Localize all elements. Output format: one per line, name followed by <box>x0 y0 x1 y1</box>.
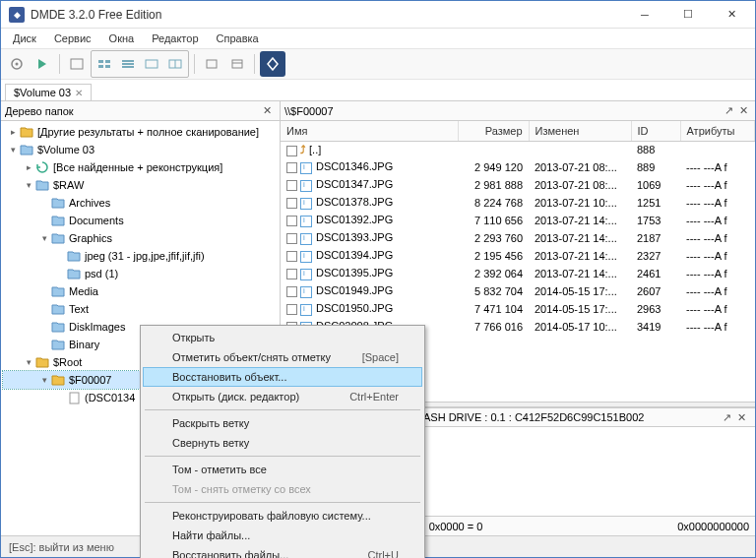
files-close-icon[interactable]: ✕ <box>736 104 751 117</box>
table-row[interactable]: DSC01393.JPG2 293 7602013-07-21 14:...21… <box>281 229 755 247</box>
context-menu-item[interactable]: Свернуть ветку <box>143 433 422 453</box>
view-btn-4[interactable] <box>163 52 187 76</box>
tree-item[interactable]: Documents <box>3 212 278 229</box>
play-icon[interactable] <box>31 52 54 76</box>
col-attr[interactable]: Атрибуты <box>680 121 755 141</box>
context-menu-item[interactable]: Реконструировать файловую систему... <box>143 506 422 526</box>
menu-help[interactable]: Справка <box>209 31 267 46</box>
file-attr: ---- ---A f <box>680 300 755 318</box>
close-button[interactable]: ✕ <box>710 1 753 29</box>
tree-item-label: (DSC0134 <box>85 392 135 403</box>
tree-item[interactable]: [Все найденные + реконструкция] <box>3 158 278 176</box>
checkbox[interactable] <box>286 269 297 279</box>
menu-windows[interactable]: Окна <box>101 31 143 46</box>
view-btn-3[interactable] <box>140 52 163 76</box>
folder-icon <box>19 125 34 139</box>
file-attr: ---- ---A f <box>680 265 755 282</box>
tree-item[interactable]: psd (1) <box>3 265 278 282</box>
table-row[interactable]: DSC01395.JPG2 392 0642013-07-21 14:...24… <box>281 265 755 282</box>
menu-separator <box>145 502 420 503</box>
menu-item-label: Свернуть ветку <box>172 437 249 449</box>
context-menu-item[interactable]: Открыть <box>143 328 422 347</box>
toolbar-btn-2[interactable] <box>200 52 223 76</box>
menu-editor[interactable]: Редактор <box>144 31 206 46</box>
context-menu-item[interactable]: Восстановить файлы...Ctrl+U <box>143 545 422 558</box>
tree-item[interactable]: $RAW <box>3 176 278 194</box>
tree-arrow-icon[interactable] <box>7 145 19 155</box>
status-text: [Esc]: выйти из меню <box>9 541 114 553</box>
file-table: Имя Размер Изменен ID Атрибуты ⤴ [..]888… <box>281 121 755 336</box>
context-menu-item[interactable]: Найти файлы... <box>143 526 422 545</box>
tree-arrow-icon[interactable] <box>23 357 34 367</box>
tree-arrow-icon[interactable] <box>38 375 50 385</box>
device-close-icon[interactable]: ✕ <box>734 411 749 424</box>
file-icon <box>300 233 312 245</box>
checkbox[interactable] <box>286 198 297 209</box>
tree-item-label: Text <box>69 303 89 315</box>
table-row[interactable]: DSC01378.JPG8 224 7682013-07-21 10:...12… <box>281 194 755 212</box>
menu-service[interactable]: Сервис <box>46 31 99 46</box>
file-id: 1069 <box>631 176 680 194</box>
toolbar-btn-3[interactable] <box>225 52 249 76</box>
file-attr <box>680 141 755 158</box>
col-modified[interactable]: Изменен <box>529 121 631 141</box>
menu-disk[interactable]: Диск <box>5 31 44 46</box>
tree-item[interactable]: Text <box>3 300 278 318</box>
tree-item[interactable]: jpeg (31 - jpg,jpe,jfif,jif,jfi) <box>3 247 278 265</box>
maximize-button[interactable]: ☐ <box>666 1 710 29</box>
menu-item-label: Отметить объект/снять отметку <box>172 351 331 363</box>
tree-item-label: [Все найденные + реконструкция] <box>53 161 222 173</box>
col-name[interactable]: Имя <box>281 121 458 141</box>
file-name: DSC01949.JPG <box>316 284 393 296</box>
checkbox[interactable] <box>286 162 297 173</box>
checkbox[interactable] <box>286 304 297 315</box>
file-icon <box>300 286 312 298</box>
table-row[interactable]: DSC01392.JPG7 110 6562013-07-21 14:...17… <box>281 212 755 229</box>
file-modified: 2013-07-21 14:... <box>529 265 631 282</box>
open-disk-icon[interactable] <box>5 52 29 76</box>
tab-volume[interactable]: $Volume 03 ✕ <box>5 84 92 100</box>
checkbox[interactable] <box>286 216 297 226</box>
tree-arrow-icon[interactable] <box>23 162 34 172</box>
table-row[interactable]: DSC01394.JPG2 195 4562013-07-21 14:...23… <box>281 247 755 265</box>
tab-close-icon[interactable]: ✕ <box>75 88 83 98</box>
table-row[interactable]: ⤴ [..]888 <box>281 141 755 158</box>
checkbox[interactable] <box>286 251 297 262</box>
col-id[interactable]: ID <box>631 121 680 141</box>
tree-item[interactable]: Media <box>3 282 278 300</box>
tree-item[interactable]: $Volume 03 <box>3 141 278 158</box>
minimize-button[interactable]: ─ <box>623 1 666 29</box>
context-menu-item[interactable]: Открыть (диск. редактор)Ctrl+Enter <box>143 387 422 406</box>
menu-shortcut: Ctrl+Enter <box>349 391 399 403</box>
context-menu-item[interactable]: Восстановить объект... <box>143 367 422 387</box>
table-row[interactable]: DSC01346.JPG2 949 1202013-07-21 08:...88… <box>281 158 755 176</box>
context-menu-item[interactable]: Отметить объект/снять отметку[Space] <box>143 347 422 367</box>
tree-item[interactable]: Graphics <box>3 229 278 247</box>
checkbox[interactable] <box>286 233 297 244</box>
table-row[interactable]: DSC01347.JPG2 981 8882013-07-21 08:...10… <box>281 176 755 194</box>
tree-arrow-icon[interactable] <box>38 233 50 243</box>
tree-close-icon[interactable]: ✕ <box>259 104 276 117</box>
device-expand-icon[interactable]: ↗ <box>720 411 734 424</box>
tree-item[interactable]: Archives <box>3 194 278 212</box>
context-menu-item[interactable]: Том - отметить все <box>143 460 422 479</box>
file-modified: 2014-05-15 17:... <box>529 282 631 300</box>
svg-rect-7 <box>122 60 134 62</box>
context-menu-item[interactable]: Раскрыть ветку <box>143 413 422 433</box>
svg-rect-10 <box>146 60 158 68</box>
expand-icon[interactable]: ↗ <box>722 104 736 117</box>
table-row[interactable]: DSC01950.JPG7 471 1042014-05-15 17:...29… <box>281 300 755 318</box>
view-btn-2[interactable] <box>116 52 140 76</box>
table-row[interactable]: DSC01949.JPG5 832 7042014-05-15 17:...26… <box>281 282 755 300</box>
checkbox[interactable] <box>286 146 297 156</box>
file-modified: 2014-05-17 10:... <box>529 318 631 336</box>
col-size[interactable]: Размер <box>458 121 529 141</box>
toolbar-btn-1[interactable] <box>65 52 89 76</box>
checkbox[interactable] <box>286 180 297 191</box>
tree-arrow-icon[interactable] <box>7 127 19 137</box>
tree-item[interactable]: [Другие результаты + полное сканирование… <box>3 123 278 141</box>
special-button[interactable] <box>260 51 285 77</box>
checkbox[interactable] <box>286 286 297 297</box>
view-btn-1[interactable] <box>93 52 116 76</box>
tree-arrow-icon[interactable] <box>23 180 34 190</box>
